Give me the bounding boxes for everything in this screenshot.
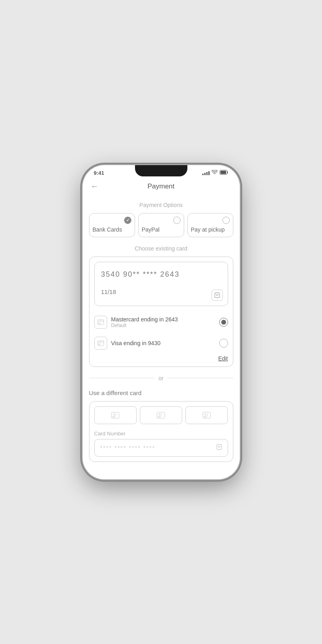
card-logo-3-icon bbox=[185, 406, 228, 424]
signal-bar-4 bbox=[208, 171, 210, 175]
page-title: Payment bbox=[147, 182, 175, 191]
screen-content: ← Payment Payment Options Bank Cards Pay… bbox=[83, 178, 240, 479]
status-time: 9:41 bbox=[94, 170, 104, 176]
card-expiry-display: 11/18 bbox=[101, 288, 221, 295]
divider-right bbox=[168, 378, 233, 378]
card-section: 3540 90** **** 2643 11/18 bbox=[89, 257, 233, 367]
svg-rect-4 bbox=[98, 321, 104, 321]
svg-rect-13 bbox=[217, 445, 222, 449]
mastercard-name: Mastercard ending in 2643 bbox=[111, 316, 215, 323]
card-logo-2-icon bbox=[140, 406, 182, 424]
visa-name: Visa ending in 9430 bbox=[111, 340, 215, 346]
card-number-input-label: Card Number bbox=[94, 431, 228, 437]
payment-options-label: Payment Options bbox=[83, 202, 240, 208]
card-input-icon bbox=[216, 444, 222, 451]
notch bbox=[135, 165, 187, 176]
paypal-radio bbox=[173, 217, 181, 224]
visa-thumb-icon bbox=[94, 337, 107, 350]
bank-cards-label: Bank Cards bbox=[93, 220, 122, 233]
phone-frame: 9:41 bbox=[83, 165, 240, 479]
signal-bar-3 bbox=[206, 172, 208, 175]
diff-card-box: Card Number **** **** **** **** bbox=[89, 401, 233, 462]
divider-left bbox=[89, 378, 155, 378]
signal-bar-1 bbox=[202, 174, 204, 175]
payment-options-group: Bank Cards PayPal Pay at pickup bbox=[83, 213, 240, 237]
card-logos-row bbox=[94, 406, 228, 424]
wifi-icon bbox=[212, 170, 218, 176]
card-list-item-mc[interactable]: Mastercard ending in 2643 Default bbox=[94, 312, 228, 333]
mastercard-default: Default bbox=[111, 323, 215, 328]
svg-rect-6 bbox=[98, 342, 104, 342]
svg-point-12 bbox=[205, 414, 206, 415]
payment-option-paypal[interactable]: PayPal bbox=[138, 213, 184, 237]
pay-at-pickup-radio bbox=[222, 217, 230, 224]
phone-screen: 9:41 bbox=[83, 165, 240, 479]
card-number-input[interactable]: **** **** **** **** bbox=[94, 439, 228, 457]
signal-bars-icon bbox=[202, 170, 210, 175]
svg-point-8 bbox=[113, 414, 115, 415]
mastercard-info: Mastercard ending in 2643 Default bbox=[111, 316, 215, 328]
card-display: 3540 90** **** 2643 11/18 bbox=[94, 262, 228, 306]
pay-at-pickup-label: Pay at pickup bbox=[191, 220, 225, 233]
mastercard-radio[interactable] bbox=[219, 318, 228, 327]
edit-cards-button[interactable]: Edit bbox=[94, 354, 228, 362]
status-icons bbox=[202, 170, 229, 176]
card-number-display: 3540 90** **** 2643 bbox=[101, 270, 221, 279]
svg-point-10 bbox=[159, 414, 160, 415]
card-toggle-button[interactable] bbox=[212, 290, 223, 301]
card-list-item-visa[interactable]: Visa ending in 9430 bbox=[94, 333, 228, 354]
signal-bar-2 bbox=[204, 173, 206, 175]
choose-card-label: Choose existing card bbox=[83, 245, 240, 252]
visa-radio[interactable] bbox=[219, 339, 228, 348]
visa-info: Visa ending in 9430 bbox=[111, 340, 215, 346]
payment-option-bank-cards[interactable]: Bank Cards bbox=[89, 213, 135, 237]
card-logo-1-icon bbox=[94, 406, 137, 424]
or-divider: or bbox=[89, 375, 233, 381]
battery-icon bbox=[220, 170, 229, 176]
diff-card-label: Use a different card bbox=[83, 389, 240, 396]
header: ← Payment bbox=[83, 178, 240, 195]
payment-option-pay-at-pickup[interactable]: Pay at pickup bbox=[187, 213, 233, 237]
back-button[interactable]: ← bbox=[91, 182, 99, 191]
or-text: or bbox=[158, 375, 163, 381]
svg-rect-1 bbox=[220, 171, 226, 174]
bank-cards-radio bbox=[124, 217, 131, 224]
svg-rect-2 bbox=[215, 293, 220, 298]
mastercard-thumb-icon bbox=[94, 316, 107, 329]
card-number-placeholder: **** **** **** **** bbox=[100, 445, 156, 451]
paypal-label: PayPal bbox=[142, 220, 160, 233]
